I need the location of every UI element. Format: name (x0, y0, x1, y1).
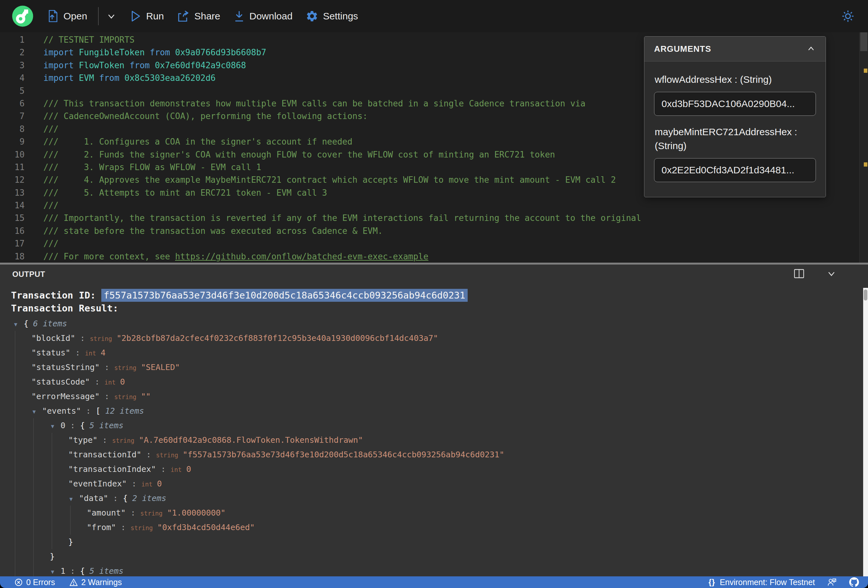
code-token: /// Importantly, the transaction is reve… (43, 213, 641, 223)
line-number: 7 (0, 110, 25, 122)
argument-label-maybemint: maybeMintERC721AddressHex : (String) (655, 125, 816, 153)
theme-toggle-button[interactable] (841, 9, 855, 23)
toolbar-separator (98, 7, 99, 25)
code-text: import FungibleToken from 0x9a0766d93b66… (43, 47, 266, 57)
value-type: string (90, 335, 112, 342)
code-text: /// 2. Funds the signer's COA with enoug… (43, 150, 555, 159)
json-key: "statusCode" (31, 377, 90, 386)
code-text: import FlowToken from 0x7e60df042a9c0868 (43, 60, 246, 70)
indent-guide (15, 360, 15, 374)
arguments-panel: ARGUMENTS wflowAddressHex : (String) may… (644, 36, 826, 197)
toolbar: Open Run Share (0, 0, 868, 32)
code-token: 0x7e60df042a9c0868 (155, 60, 246, 70)
indent-guide (15, 389, 15, 404)
code-text: /// (43, 200, 59, 210)
download-button[interactable]: Download (233, 10, 292, 23)
indent-guide (52, 462, 52, 476)
indent-guide (15, 564, 15, 576)
chevron-up-icon (806, 44, 816, 54)
output-body: Transaction ID: f557a1573b76aa53e73d46f3… (0, 289, 859, 576)
json-tree-row: "type" : string"A.7e60df042a9c0868.FlowT… (0, 433, 859, 447)
output-scrollbar-thumb[interactable] (864, 289, 867, 301)
editor-scrollbar[interactable] (859, 32, 868, 262)
colon: : (90, 377, 105, 386)
run-button[interactable]: Run (130, 10, 164, 23)
code-text: /// Importantly, the transaction is reve… (43, 213, 641, 223)
settings-label: Settings (323, 11, 358, 22)
code-token: /// (43, 124, 59, 134)
value-type: string (114, 364, 137, 371)
json-key: "transactionIndex" (68, 464, 156, 474)
warnings-status[interactable]: 2 Warnings (69, 578, 122, 587)
value-type: string (114, 393, 137, 401)
value-type: string (140, 510, 163, 517)
expander-icon[interactable]: ▼ (68, 492, 79, 507)
environment-status[interactable]: {} Environment: Flow Testnet (709, 578, 815, 587)
indent-guide (15, 345, 15, 360)
colon: : (75, 333, 90, 343)
github-icon[interactable] (849, 577, 859, 587)
colon: : (65, 566, 80, 576)
code-token: from (130, 60, 155, 70)
settings-button[interactable]: Settings (306, 10, 358, 23)
line-number: 14 (0, 199, 25, 212)
open-button[interactable]: Open (47, 10, 87, 23)
json-value: 4 (100, 348, 105, 357)
json-tree-row: "eventIndex" : int0 (0, 476, 859, 491)
open-menu-chevron[interactable] (106, 11, 117, 22)
items-count: 12 items (105, 406, 144, 416)
arguments-panel-header[interactable]: ARGUMENTS (644, 37, 825, 62)
code-editor[interactable]: 1// TESTNET IMPORTS2import FungibleToken… (0, 32, 868, 262)
errors-status[interactable]: 0 Errors (14, 578, 55, 587)
colon: : (125, 508, 140, 517)
share-icon (177, 10, 190, 23)
share-button[interactable]: Share (177, 10, 220, 23)
indent-guide (52, 520, 52, 535)
code-text: /// This transaction demonstrates how mu… (43, 99, 586, 108)
code-text: /// (43, 124, 59, 134)
expander-icon[interactable]: ▼ (31, 405, 42, 419)
code-text: /// 5. Attempts to mint an ERC721 token … (43, 188, 327, 197)
indent-guide (52, 433, 52, 447)
json-tree-row: ▼1 : {5 items (0, 564, 859, 576)
line-number: 6 (0, 97, 25, 110)
collapse-output-icon[interactable] (826, 268, 837, 279)
code-line: 17/// (0, 237, 859, 250)
expander-icon[interactable]: ▼ (13, 317, 24, 332)
feedback-icon[interactable] (827, 578, 837, 587)
indent-guide (33, 433, 34, 447)
line-number: 16 (0, 225, 25, 237)
line-number: 15 (0, 212, 25, 224)
error-icon (14, 578, 23, 587)
code-token: from (150, 47, 175, 57)
code-token: /// CadenceOwnedAccount (COA), performin… (43, 111, 368, 121)
line-number: 17 (0, 237, 25, 250)
code-token: /// state before the transaction was exe… (43, 226, 383, 236)
output-scrollbar[interactable] (863, 288, 868, 576)
flow-logo[interactable] (11, 4, 34, 28)
code-token: /// (43, 239, 59, 248)
editor-scrollbar-thumb[interactable] (860, 32, 867, 51)
expander-icon[interactable]: ▼ (50, 419, 61, 434)
sun-icon (841, 9, 855, 23)
argument-input-maybemint[interactable] (654, 158, 816, 182)
indent-guide (52, 535, 52, 549)
run-icon (130, 10, 142, 23)
json-key: "eventIndex" (68, 479, 127, 488)
split-panel-icon[interactable] (794, 268, 805, 279)
indent-guide (70, 505, 71, 520)
code-link[interactable]: https://github.com/onflow/batched-evm-ex… (175, 252, 428, 261)
transaction-id-value[interactable]: f557a1573b76aa53e73d46f3e10d200d5c18a653… (101, 289, 467, 302)
expander-icon[interactable]: ▼ (50, 565, 61, 576)
argument-input-wflow[interactable] (654, 92, 816, 116)
download-icon (233, 10, 245, 23)
json-tree-row: "transactionId" : string"f557a1573b76aa5… (0, 447, 859, 462)
line-number: 8 (0, 123, 25, 136)
json-tree-row: "transactionIndex" : int0 (0, 462, 859, 476)
braces-icon: {} (709, 578, 715, 587)
value-type: string (156, 451, 178, 458)
indent-guide (33, 564, 34, 576)
colon: : (100, 392, 114, 401)
chevron-down-icon (106, 11, 117, 22)
code-text: // TESTNET IMPORTS (43, 35, 134, 45)
